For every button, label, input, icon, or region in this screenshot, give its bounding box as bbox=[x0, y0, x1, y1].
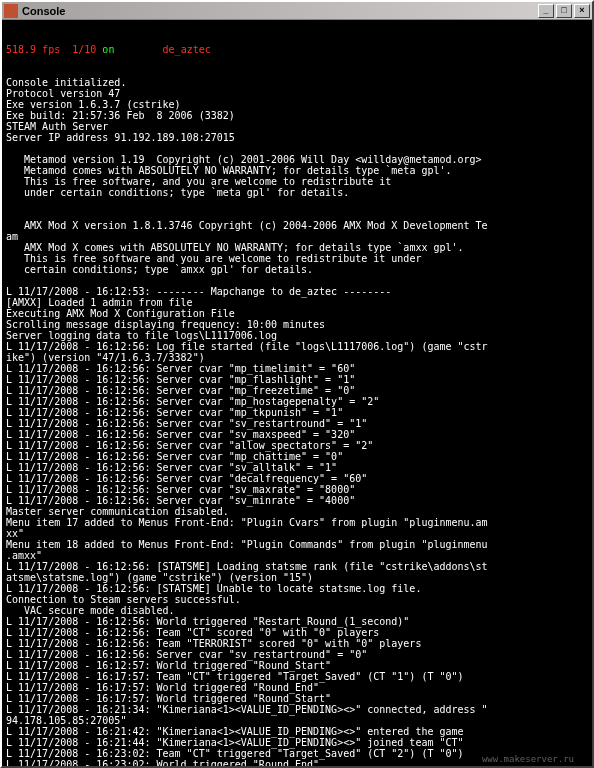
console-line: L 11/17/2008 - 16:12:57: World triggered… bbox=[6, 660, 588, 671]
console-line: L 11/17/2008 - 16:12:56: Server cvar "sv… bbox=[6, 429, 588, 440]
console-line: L 11/17/2008 - 16:12:56: Server cvar "de… bbox=[6, 473, 588, 484]
console-line: am bbox=[6, 231, 588, 242]
console-output[interactable]: 518.9 fps 1/10 on de_aztec Console initi… bbox=[2, 20, 592, 766]
console-line: L 11/17/2008 - 16:12:56: World triggered… bbox=[6, 616, 588, 627]
console-line bbox=[6, 198, 588, 209]
console-line: L 11/17/2008 - 16:12:56: Server cvar "sv… bbox=[6, 418, 588, 429]
console-line: Metamod comes with ABSOLUTELY NO WARRANT… bbox=[6, 165, 588, 176]
window-title: Console bbox=[22, 5, 538, 17]
console-line: L 11/17/2008 - 16:12:56: [STATSME] Loadi… bbox=[6, 561, 588, 572]
console-line: Metamod version 1.19 Copyright (c) 2001-… bbox=[6, 154, 588, 165]
console-line: L 11/17/2008 - 16:12:56: Server cvar "sv… bbox=[6, 462, 588, 473]
console-line: L 11/17/2008 - 16:21:42: "Kimeriana<1><V… bbox=[6, 726, 588, 737]
console-line: Menu item 17 added to Menus Front-End: "… bbox=[6, 517, 588, 528]
console-line: L 11/17/2008 - 16:17:57: World triggered… bbox=[6, 693, 588, 704]
console-line: Exe build: 21:57:36 Feb 8 2006 (3382) bbox=[6, 110, 588, 121]
console-line: Menu item 18 added to Menus Front-End: "… bbox=[6, 539, 588, 550]
console-line: L 11/17/2008 - 16:21:34: "Kimeriana<1><V… bbox=[6, 704, 588, 715]
console-line: L 11/17/2008 - 16:12:56: Server cvar "mp… bbox=[6, 396, 588, 407]
console-line: .amxx" bbox=[6, 550, 588, 561]
console-line: certain conditions; type `amxx gpl' for … bbox=[6, 264, 588, 275]
console-line bbox=[6, 275, 588, 286]
console-window: Console _ □ × 518.9 fps 1/10 on de_aztec… bbox=[0, 0, 594, 768]
console-line: This is free software, and you are welco… bbox=[6, 176, 588, 187]
console-line: This is free software and you are welcom… bbox=[6, 253, 588, 264]
console-line: Protocol version 47 bbox=[6, 88, 588, 99]
console-line: Exe version 1.6.3.7 (cstrike) bbox=[6, 99, 588, 110]
console-line: atsme\statsme.log") (game "cstrike") (ve… bbox=[6, 572, 588, 583]
console-line: ike") (version "47/1.6.3.7/3382") bbox=[6, 352, 588, 363]
on-indicator: on bbox=[102, 44, 114, 55]
console-line: AMX Mod X version 1.8.1.3746 Copyright (… bbox=[6, 220, 588, 231]
console-line: L 11/17/2008 - 16:12:56: Server cvar "mp… bbox=[6, 374, 588, 385]
console-line: L 11/17/2008 - 16:12:56: [STATSME] Unabl… bbox=[6, 583, 588, 594]
console-line: L 11/17/2008 - 16:12:56: Team "TERRORIST… bbox=[6, 638, 588, 649]
console-line: [AMXX] Loaded 1 admin from file bbox=[6, 297, 588, 308]
console-line: Server logging data to file logs\L111700… bbox=[6, 330, 588, 341]
close-button[interactable]: × bbox=[574, 4, 590, 18]
fps-value: 518.9 fps bbox=[6, 44, 60, 55]
console-line: L 11/17/2008 - 16:12:56: Server cvar "mp… bbox=[6, 385, 588, 396]
titlebar[interactable]: Console _ □ × bbox=[2, 2, 592, 20]
console-line: xx" bbox=[6, 528, 588, 539]
console-line bbox=[6, 209, 588, 220]
status-line: 518.9 fps 1/10 on de_aztec bbox=[6, 44, 588, 55]
console-line: L 11/17/2008 - 16:12:56: Server cvar "sv… bbox=[6, 495, 588, 506]
console-line: L 11/17/2008 - 16:12:56: Server cvar "mp… bbox=[6, 451, 588, 462]
console-line: L 11/17/2008 - 16:12:56: Log file starte… bbox=[6, 341, 588, 352]
console-line: L 11/17/2008 - 16:12:56: Server cvar "sv… bbox=[6, 484, 588, 495]
ratio-value: 1/10 bbox=[72, 44, 96, 55]
console-line: Console initialized. bbox=[6, 77, 588, 88]
console-line: L 11/17/2008 - 16:17:57: World triggered… bbox=[6, 682, 588, 693]
console-line: AMX Mod X comes with ABSOLUTELY NO WARRA… bbox=[6, 242, 588, 253]
map-name: de_aztec bbox=[163, 44, 211, 55]
console-line: Scrolling message displaying frequency: … bbox=[6, 319, 588, 330]
console-line: 94.178.105.85:27005" bbox=[6, 715, 588, 726]
watermark: www.makeserver.ru bbox=[482, 754, 574, 764]
console-line: L 11/17/2008 - 16:12:56: Server cvar "al… bbox=[6, 440, 588, 451]
console-line: L 11/17/2008 - 16:12:56: Server cvar "mp… bbox=[6, 363, 588, 374]
console-line: under certain conditions; type `meta gpl… bbox=[6, 187, 588, 198]
console-line: L 11/17/2008 - 16:17:57: Team "CT" trigg… bbox=[6, 671, 588, 682]
maximize-button[interactable]: □ bbox=[556, 4, 572, 18]
console-line: Executing AMX Mod X Configuration File bbox=[6, 308, 588, 319]
console-line: L 11/17/2008 - 16:12:56: Server cvar "sv… bbox=[6, 649, 588, 660]
app-icon bbox=[4, 4, 18, 18]
console-line: Master server communication disabled. bbox=[6, 506, 588, 517]
console-line: Server IP address 91.192.189.108:27015 bbox=[6, 132, 588, 143]
console-line: L 11/17/2008 - 16:12:53: -------- Mapcha… bbox=[6, 286, 588, 297]
console-line bbox=[6, 143, 588, 154]
console-line: L 11/17/2008 - 16:12:56: Team "CT" score… bbox=[6, 627, 588, 638]
console-line: VAC secure mode disabled. bbox=[6, 605, 588, 616]
console-line: L 11/17/2008 - 16:12:56: Server cvar "mp… bbox=[6, 407, 588, 418]
console-line: Connection to Steam servers successful. bbox=[6, 594, 588, 605]
console-line: L 11/17/2008 - 16:21:44: "Kimeriana<1><V… bbox=[6, 737, 588, 748]
window-controls: _ □ × bbox=[538, 4, 590, 18]
minimize-button[interactable]: _ bbox=[538, 4, 554, 18]
console-line: STEAM Auth Server bbox=[6, 121, 588, 132]
